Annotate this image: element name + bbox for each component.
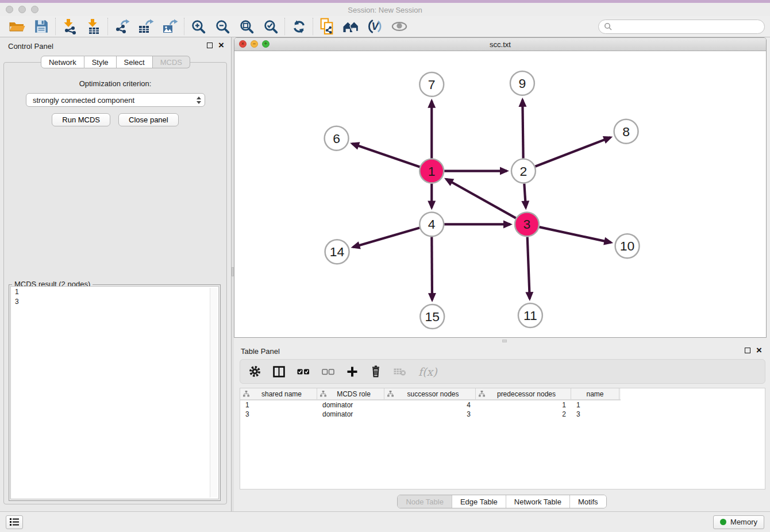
- tab-select[interactable]: Select: [117, 56, 153, 68]
- graph-node-15[interactable]: 15: [420, 304, 444, 329]
- network-canvas[interactable]: 1234678910111415: [234, 51, 766, 337]
- column-panel-button[interactable]: [273, 366, 285, 377]
- open-session-button[interactable]: [5, 17, 29, 36]
- graph-edge-3-1[interactable]: [446, 179, 515, 218]
- cell-successor-nodes[interactable]: 3: [384, 410, 476, 418]
- graph-edge-1-6[interactable]: [352, 144, 420, 167]
- float-panel-icon[interactable]: [745, 348, 750, 353]
- save-session-button[interactable]: [29, 17, 53, 36]
- create-column-button[interactable]: [346, 366, 358, 377]
- home-button[interactable]: [339, 17, 363, 36]
- zoom-in-icon: [191, 19, 206, 34]
- column-header-predecessor-nodes[interactable]: predecessor nodes: [476, 388, 571, 399]
- horizontal-splitter[interactable]: [234, 338, 770, 344]
- search-input[interactable]: [615, 22, 759, 31]
- cell-predecessor-nodes[interactable]: 2: [476, 410, 571, 418]
- memory-button[interactable]: Memory: [713, 515, 764, 529]
- graph-edge-3-10[interactable]: [539, 227, 611, 242]
- criterion-select[interactable]: strongly connected component: [26, 93, 205, 107]
- tab-network[interactable]: Network: [41, 56, 84, 68]
- cell-name[interactable]: 1: [571, 401, 619, 409]
- splitter-handle[interactable]: [502, 340, 507, 342]
- graph-node-6[interactable]: 6: [325, 126, 349, 151]
- graph-node-2[interactable]: 2: [511, 159, 536, 183]
- column-header-mcds-role[interactable]: MCDS role: [317, 388, 384, 399]
- deselect-all-columns-button[interactable]: [322, 368, 334, 376]
- column-header-name[interactable]: name: [571, 388, 619, 399]
- network-zoom-button[interactable]: +: [262, 40, 270, 48]
- cell-successor-nodes[interactable]: 4: [384, 401, 476, 409]
- network-minimize-button[interactable]: −: [251, 40, 258, 48]
- delete-column-button[interactable]: [370, 365, 382, 377]
- tab-style[interactable]: Style: [84, 56, 117, 68]
- graph-edge-2-3[interactable]: [524, 184, 526, 208]
- network-window-titlebar[interactable]: × − + scc.txt: [234, 38, 766, 51]
- graph-edge-4-14[interactable]: [353, 228, 419, 247]
- list-icon: [9, 517, 20, 527]
- cell-shared-name[interactable]: 1: [240, 401, 317, 409]
- network-window-title: scc.txt: [490, 40, 511, 49]
- close-panel-icon[interactable]: ×: [756, 347, 762, 353]
- table-settings-button[interactable]: [249, 365, 261, 377]
- table-row[interactable]: 3 dominator 3 2 3: [240, 410, 765, 419]
- refresh-button[interactable]: [287, 17, 311, 36]
- vizmapper-button[interactable]: V: [363, 17, 387, 36]
- graph-node-1[interactable]: 1: [419, 159, 444, 183]
- graph-edge-4-15[interactable]: [432, 237, 432, 300]
- close-panel-button[interactable]: Close panel: [118, 113, 179, 126]
- houses-icon: [342, 20, 360, 34]
- graph-node-14[interactable]: 14: [325, 240, 349, 264]
- close-panel-icon[interactable]: ×: [218, 42, 224, 48]
- zoom-fit-button[interactable]: [234, 17, 259, 36]
- memory-status-icon: [720, 519, 726, 525]
- svg-text:6: 6: [333, 131, 340, 146]
- mcds-result-text[interactable]: 1 3: [10, 286, 219, 499]
- graph-edge-2-8[interactable]: [535, 137, 610, 167]
- zoom-selected-button[interactable]: [259, 17, 283, 36]
- svg-text:2: 2: [520, 164, 528, 179]
- tab-edge-table[interactable]: Edge Table: [452, 495, 506, 508]
- svg-text:4: 4: [428, 217, 436, 232]
- float-panel-icon[interactable]: [207, 43, 213, 48]
- cell-mcds-role[interactable]: dominator: [317, 410, 384, 418]
- network-close-button[interactable]: ×: [239, 40, 247, 48]
- export-table-button[interactable]: [134, 17, 158, 36]
- save-floppy-icon: [34, 19, 49, 34]
- graph-node-8[interactable]: 8: [614, 119, 638, 144]
- graph-node-7[interactable]: 7: [419, 72, 444, 97]
- column-header-successor-nodes[interactable]: successor nodes: [384, 388, 476, 399]
- tab-motifs[interactable]: Motifs: [569, 495, 606, 508]
- graph-node-10[interactable]: 10: [615, 234, 640, 258]
- zoom-in-button[interactable]: [186, 17, 210, 36]
- cell-mcds-role[interactable]: dominator: [317, 401, 384, 409]
- result-scrollbar[interactable]: [210, 288, 217, 498]
- graph-node-4[interactable]: 4: [419, 212, 444, 236]
- import-network-button[interactable]: [57, 17, 82, 36]
- export-image-button[interactable]: [158, 17, 182, 36]
- graph-edge-2-9[interactable]: [522, 100, 523, 159]
- run-mcds-button[interactable]: Run MCDS: [52, 113, 110, 126]
- graph-node-11[interactable]: 11: [518, 303, 542, 327]
- show-hide-button[interactable]: [387, 17, 411, 36]
- tab-mcds[interactable]: MCDS: [153, 56, 190, 68]
- network-window: × − + scc.txt 1234678910111415: [234, 37, 767, 338]
- global-search[interactable]: [598, 20, 765, 34]
- select-all-columns-button[interactable]: [297, 368, 310, 376]
- tab-network-table[interactable]: Network Table: [506, 495, 569, 508]
- task-history-button[interactable]: [6, 515, 23, 529]
- function-builder-button[interactable]: f(x): [418, 365, 437, 378]
- column-header-shared-name[interactable]: shared name: [240, 388, 317, 399]
- delete-table-button[interactable]: [394, 367, 406, 376]
- table-row[interactable]: 1 dominator 4 1 1: [240, 400, 765, 410]
- zoom-out-button[interactable]: [210, 17, 234, 36]
- import-table-button[interactable]: [82, 17, 106, 36]
- cell-predecessor-nodes[interactable]: 1: [476, 401, 571, 409]
- clone-network-button[interactable]: [315, 17, 339, 36]
- graph-edge-3-11[interactable]: [528, 237, 530, 299]
- tab-node-table[interactable]: Node Table: [398, 495, 452, 508]
- cell-shared-name[interactable]: 3: [240, 410, 317, 418]
- graph-node-9[interactable]: 9: [510, 71, 534, 95]
- cell-name[interactable]: 3: [571, 410, 619, 418]
- graph-node-3[interactable]: 3: [515, 212, 539, 236]
- export-network-button[interactable]: [110, 17, 134, 36]
